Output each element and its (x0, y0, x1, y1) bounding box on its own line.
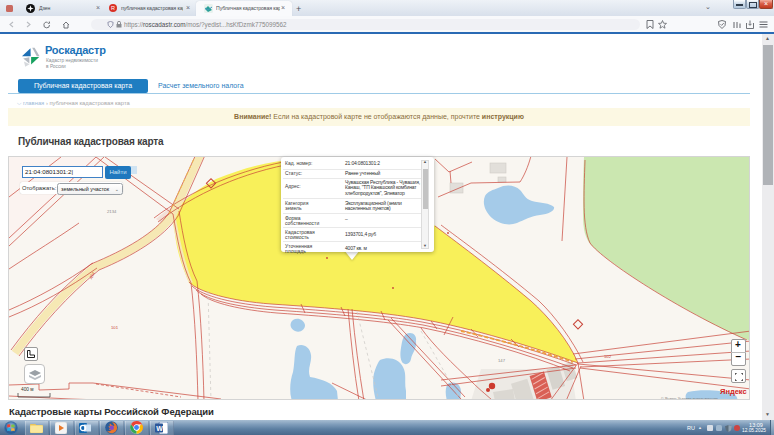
svg-text:101: 101 (111, 325, 119, 330)
svg-text:400 м: 400 м (21, 387, 34, 392)
svg-text:102: 102 (604, 354, 612, 359)
svg-text:© Яндекс Условия использовани: © Яндекс Условия использования (661, 397, 718, 401)
svg-text:W: W (156, 425, 163, 432)
svg-text:Яндекс: Яндекс (720, 387, 747, 396)
svg-text:2134: 2134 (107, 209, 117, 214)
svg-text:147: 147 (498, 358, 506, 363)
